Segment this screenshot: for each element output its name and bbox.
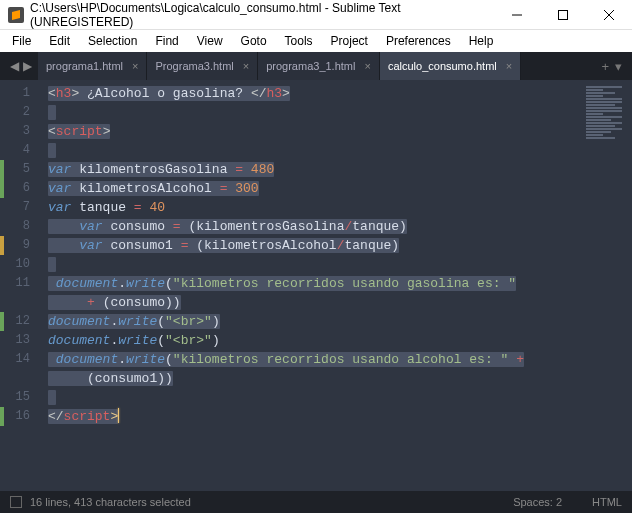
menu-goto[interactable]: Goto: [233, 32, 275, 50]
menu-view[interactable]: View: [189, 32, 231, 50]
editor[interactable]: 1 2 3 4 5 6 7 8 9 10 11 12 13 14 15 16 <…: [0, 80, 632, 491]
minimize-button[interactable]: [494, 0, 540, 29]
code-area[interactable]: <h3> ¿Alcohol o gasolina? </h3> <script>…: [44, 80, 582, 491]
app-icon: [8, 7, 24, 23]
tab-programa1[interactable]: programa1.html×: [38, 52, 147, 80]
statusbar: 16 lines, 413 characters selected Spaces…: [0, 491, 632, 513]
close-button[interactable]: [586, 0, 632, 29]
menu-preferences[interactable]: Preferences: [378, 32, 459, 50]
status-spaces[interactable]: Spaces: 2: [513, 496, 562, 508]
menu-edit[interactable]: Edit: [41, 32, 78, 50]
menu-file[interactable]: File: [4, 32, 39, 50]
tab-calculo-consumo[interactable]: calculo_consumo.html×: [380, 52, 521, 80]
nav-back-icon[interactable]: ◀: [10, 59, 19, 73]
window-controls: [494, 0, 632, 29]
close-icon[interactable]: ×: [132, 60, 138, 72]
tab-label: calculo_consumo.html: [388, 60, 497, 72]
window-title: C:\Users\HP\Documents\Logica\calculo_con…: [30, 1, 494, 29]
nav-forward-icon[interactable]: ▶: [23, 59, 32, 73]
status-syntax[interactable]: HTML: [592, 496, 622, 508]
tab-label: Programa3.html: [155, 60, 233, 72]
tab-programa3-1[interactable]: programa3_1.html×: [258, 52, 380, 80]
titlebar: C:\Users\HP\Documents\Logica\calculo_con…: [0, 0, 632, 30]
tab-bar: ◀ ▶ programa1.html× Programa3.html× prog…: [0, 52, 632, 80]
close-icon[interactable]: ×: [506, 60, 512, 72]
tab-programa3[interactable]: Programa3.html×: [147, 52, 258, 80]
tab-dropdown-icon[interactable]: ▾: [615, 59, 622, 74]
svg-rect-1: [559, 10, 568, 19]
menu-help[interactable]: Help: [461, 32, 502, 50]
close-icon[interactable]: ×: [243, 60, 249, 72]
close-icon[interactable]: ×: [364, 60, 370, 72]
new-tab-icon[interactable]: +: [601, 59, 609, 74]
text-cursor: [118, 408, 119, 423]
tab-label: programa3_1.html: [266, 60, 355, 72]
panel-switcher-icon[interactable]: [10, 496, 22, 508]
menu-tools[interactable]: Tools: [277, 32, 321, 50]
menubar: File Edit Selection Find View Goto Tools…: [0, 30, 632, 52]
menu-selection[interactable]: Selection: [80, 32, 145, 50]
maximize-button[interactable]: [540, 0, 586, 29]
gutter: 1 2 3 4 5 6 7 8 9 10 11 12 13 14 15 16: [0, 80, 44, 491]
tab-label: programa1.html: [46, 60, 123, 72]
minimap[interactable]: [582, 80, 632, 491]
menu-find[interactable]: Find: [147, 32, 186, 50]
status-selection: 16 lines, 413 characters selected: [30, 496, 483, 508]
menu-project[interactable]: Project: [323, 32, 376, 50]
